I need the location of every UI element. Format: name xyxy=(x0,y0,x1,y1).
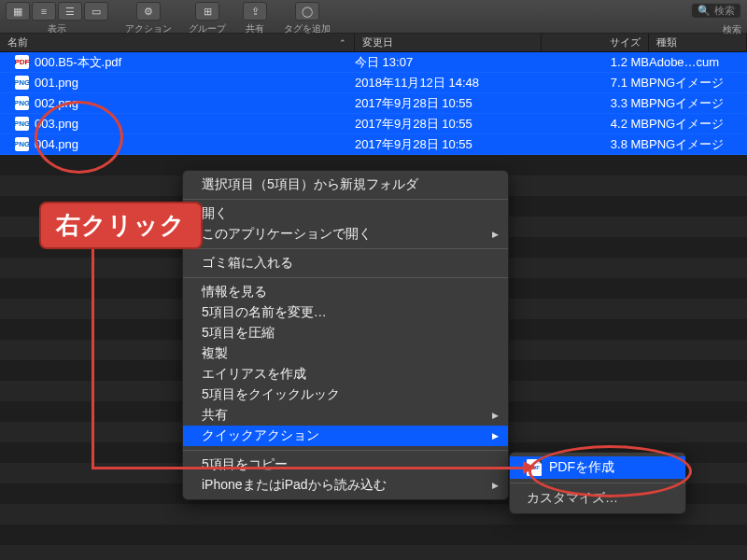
annotation-circle-filename xyxy=(35,101,123,174)
menu-item[interactable]: エイリアスを作成 xyxy=(183,364,508,385)
menu-item[interactable]: 5項目をコピー xyxy=(183,455,508,475)
menu-item[interactable]: このアプリケーションで開く xyxy=(183,224,508,245)
menu-item[interactable]: 5項目の名前を変更… xyxy=(183,302,508,323)
column-header: 名前 ⌃ 変更日 サイズ 種類 xyxy=(0,34,747,52)
view-list-btn[interactable]: ≡ xyxy=(32,2,56,21)
tag-group: ◯ タグを追加 xyxy=(284,2,331,35)
menu-item[interactable]: 5項目を圧縮 xyxy=(183,323,508,343)
menu-item[interactable]: 複製 xyxy=(183,343,508,364)
tag-icon[interactable]: ◯ xyxy=(295,2,319,21)
file-kind: Adobe…cum xyxy=(649,55,747,69)
context-menu: 選択項目（5項目）から新規フォルダ開くこのアプリケーションで開くゴミ箱に入れる情… xyxy=(182,170,509,500)
toolbar: ▦ ≡ ☰ ▭ 表示 ⚙ アクション ⊞ グループ ⇪ 共有 ◯ タグを追加 🔍… xyxy=(0,0,747,34)
file-date: 今日 13:07 xyxy=(355,54,542,71)
menu-item[interactable]: 情報を見る xyxy=(183,282,508,302)
file-kind: PNGイメージ xyxy=(649,116,747,133)
menu-item[interactable]: クイックアクション xyxy=(183,426,508,446)
col-name[interactable]: 名前 ⌃ xyxy=(0,34,355,51)
search-icon: 🔍 xyxy=(698,5,711,17)
annotation-oval-pdf xyxy=(529,445,692,497)
file-row[interactable]: PDF000.B5-本文.pdf今日 13:071.2 MBAdobe…cum xyxy=(0,52,747,73)
file-date: 2017年9月28日 10:55 xyxy=(355,116,542,133)
menu-separator xyxy=(183,277,508,278)
file-size: 4.2 MB xyxy=(542,117,649,131)
group-icon[interactable]: ⊞ xyxy=(195,2,219,21)
sort-indicator-icon: ⌃ xyxy=(339,38,346,48)
view-group: ▦ ≡ ☰ ▭ 表示 xyxy=(6,2,108,35)
file-date: 2017年9月28日 10:55 xyxy=(355,136,542,153)
file-row[interactable]: PNG001.png2018年11月12日 14:487.1 MBPNGイメージ xyxy=(0,73,747,93)
search-input[interactable]: 🔍 検索 xyxy=(691,3,741,19)
menu-item[interactable]: 選択項目（5項目）から新規フォルダ xyxy=(183,175,508,195)
annotation-right-click-label: 右クリック xyxy=(39,202,203,249)
menu-item[interactable]: 5項目をクイックルック xyxy=(183,385,508,405)
col-size[interactable]: サイズ xyxy=(542,34,649,51)
col-date[interactable]: 変更日 xyxy=(355,34,542,51)
menu-item[interactable]: ゴミ箱に入れる xyxy=(183,253,508,273)
annotation-line-h xyxy=(92,467,529,469)
view-icon-btn[interactable]: ▦ xyxy=(6,2,30,21)
png-icon: PNG xyxy=(15,96,29,110)
file-kind: PNGイメージ xyxy=(649,95,747,112)
share-icon[interactable]: ⇪ xyxy=(243,2,267,21)
gear-icon[interactable]: ⚙ xyxy=(136,2,161,21)
pdf-icon: PDF xyxy=(15,55,29,69)
menu-separator xyxy=(183,450,508,451)
menu-item[interactable]: 開く xyxy=(183,203,508,224)
png-icon: PNG xyxy=(15,137,29,151)
menu-separator xyxy=(183,248,508,249)
png-icon: PNG xyxy=(15,76,29,90)
file-date: 2018年11月12日 14:48 xyxy=(355,75,542,91)
annotation-line-v xyxy=(92,243,94,469)
file-size: 7.1 MB xyxy=(542,76,649,90)
file-size: 3.3 MB xyxy=(542,96,649,110)
file-size: 3.8 MB xyxy=(542,137,649,151)
menu-item[interactable]: 共有 xyxy=(183,405,508,426)
search-group: 🔍 検索 検索 xyxy=(691,2,741,36)
view-gallery-btn[interactable]: ▭ xyxy=(84,2,108,21)
file-kind: PNGイメージ xyxy=(649,75,747,91)
png-icon: PNG xyxy=(15,117,29,131)
action-group: ⚙ アクション xyxy=(125,2,172,35)
file-kind: PNGイメージ xyxy=(649,136,747,153)
file-name: 001.png xyxy=(35,76,78,90)
menu-separator xyxy=(183,199,508,200)
file-name: 000.B5-本文.pdf xyxy=(35,54,121,71)
file-size: 1.2 MB xyxy=(542,55,649,69)
share-group: ⇪ 共有 xyxy=(243,2,267,35)
search-placeholder: 検索 xyxy=(714,4,735,18)
file-date: 2017年9月28日 10:55 xyxy=(355,95,542,112)
file-row[interactable]: PNG002.png2017年9月28日 10:553.3 MBPNGイメージ xyxy=(0,93,747,114)
group-group: ⊞ グループ xyxy=(189,2,226,35)
view-col-btn[interactable]: ☰ xyxy=(58,2,82,21)
menu-item[interactable]: iPhoneまたはiPadから読み込む xyxy=(183,475,508,496)
col-kind[interactable]: 種類 xyxy=(649,34,747,51)
